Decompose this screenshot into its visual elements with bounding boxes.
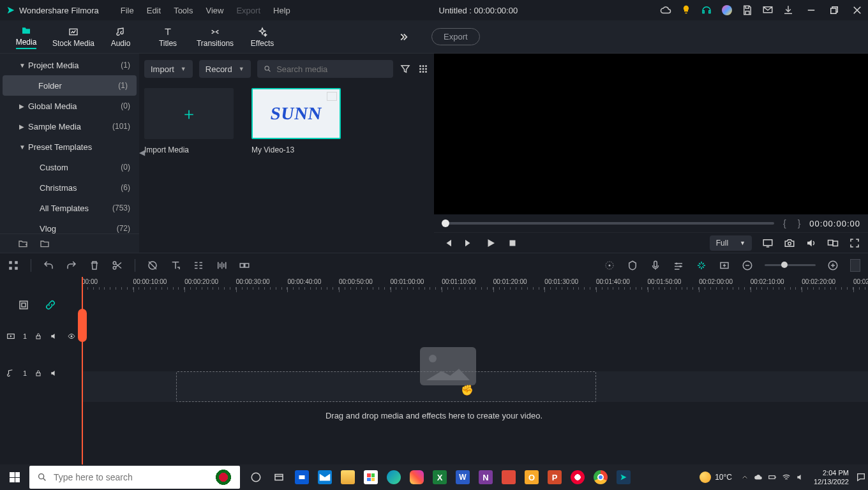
app-edge[interactable] — [383, 464, 405, 490]
app-todoist[interactable] — [498, 464, 520, 490]
preview-seek-knob[interactable] — [442, 219, 449, 227]
menu-help[interactable]: Help — [267, 2, 297, 19]
zoom-to-fit-icon[interactable] — [850, 259, 860, 272]
headset-icon[interactable] — [701, 4, 712, 16]
window-maximize[interactable] — [828, 4, 840, 16]
cloud-icon[interactable] — [660, 4, 671, 16]
menu-edit[interactable]: Edit — [140, 2, 167, 19]
app-instagram[interactable] — [406, 464, 428, 490]
tab-media[interactable]: Media — [3, 20, 50, 54]
mixer-icon[interactable] — [673, 260, 684, 271]
play-icon[interactable] — [485, 237, 497, 249]
tab-audio[interactable]: Audio — [97, 20, 144, 54]
app-filmora[interactable] — [613, 464, 634, 490]
start-button[interactable] — [0, 464, 29, 490]
preview-seek-track[interactable] — [442, 222, 774, 225]
add-marker-icon[interactable] — [719, 260, 730, 271]
lock-icon[interactable] — [34, 332, 42, 340]
next-frame-icon[interactable] — [463, 237, 475, 249]
taskbar-system-tray[interactable] — [737, 473, 809, 482]
preview-display[interactable] — [434, 54, 868, 214]
taskbar-weather[interactable]: 10°C — [694, 471, 737, 483]
search-input[interactable] — [276, 64, 387, 74]
auto-ripple-icon[interactable] — [696, 260, 707, 271]
window-close[interactable] — [851, 4, 863, 16]
tree-preset-templates[interactable]: ▼Preset Templates — [0, 137, 139, 157]
undo-icon[interactable] — [43, 260, 54, 271]
timeline-drop-zone[interactable] — [176, 371, 596, 402]
filter-icon[interactable] — [400, 63, 411, 75]
prev-frame-icon[interactable] — [442, 237, 453, 249]
manage-tracks-icon[interactable] — [8, 260, 19, 271]
task-view-icon[interactable] — [245, 464, 267, 490]
taskbar-search[interactable] — [29, 466, 240, 489]
zoom-in-icon[interactable] — [827, 260, 839, 271]
media-clip-1[interactable]: SUNN My Video-13 — [251, 88, 341, 154]
app-excel[interactable]: X — [429, 464, 451, 490]
keyframe-icon[interactable] — [239, 260, 250, 271]
audio-track-header[interactable]: 1 — [0, 355, 82, 392]
app-word[interactable]: W — [452, 464, 474, 490]
mark-in-bracket[interactable]: { — [781, 218, 789, 228]
timeline-snap-icon[interactable] — [18, 299, 29, 311]
mark-out-bracket[interactable]: } — [795, 218, 804, 228]
tab-transitions[interactable]: Transitions — [191, 20, 239, 54]
tree-project-media[interactable]: ▼Project Media(1) — [0, 55, 139, 75]
app-videos[interactable] — [291, 464, 313, 490]
menu-file[interactable]: File — [114, 2, 140, 19]
battery-icon[interactable] — [768, 473, 777, 482]
notifications-icon[interactable] — [854, 464, 868, 490]
volume-icon[interactable] — [805, 237, 817, 249]
zoom-knob[interactable] — [781, 262, 788, 268]
app-opera[interactable] — [567, 464, 588, 490]
preview-quality-dropdown[interactable]: Full▼ — [710, 235, 752, 251]
app-explorer[interactable] — [337, 464, 359, 490]
tabs-more-icon[interactable] — [394, 28, 412, 46]
dual-display-icon[interactable] — [827, 237, 839, 249]
voiceover-icon[interactable] — [650, 260, 661, 271]
wifi-icon[interactable] — [782, 473, 791, 482]
app-powerpoint[interactable]: P — [544, 464, 565, 490]
media-search[interactable] — [257, 60, 393, 78]
window-minimize[interactable] — [805, 4, 817, 16]
download-icon[interactable] — [782, 4, 794, 16]
tab-effects[interactable]: Effects — [239, 20, 286, 54]
tree-vlog[interactable]: Vlog(72) — [0, 218, 139, 234]
tips-icon[interactable] — [680, 4, 692, 16]
tray-up-icon[interactable] — [741, 473, 749, 481]
playhead[interactable] — [82, 277, 83, 464]
video-track-header[interactable]: 1 — [0, 318, 82, 355]
app-outlook[interactable]: O — [521, 464, 542, 490]
export-button[interactable]: Export — [431, 28, 480, 45]
account-icon[interactable] — [721, 4, 733, 16]
cortana-icon[interactable] — [268, 464, 290, 490]
tree-all-templates[interactable]: All Templates(753) — [0, 198, 139, 218]
fullscreen-icon[interactable] — [849, 237, 860, 249]
menu-view[interactable]: View — [199, 2, 230, 19]
menu-tools[interactable]: Tools — [167, 2, 199, 19]
grid-view-icon[interactable] — [417, 63, 429, 75]
zoom-slider[interactable] — [765, 264, 816, 266]
timeline-ruler[interactable]: 00:0000:00:10:0000:00:20:0000:00:30:0000… — [82, 277, 868, 292]
app-chrome[interactable] — [590, 464, 611, 490]
record-dropdown[interactable]: Record▼ — [199, 60, 251, 78]
text-icon[interactable] — [170, 260, 181, 271]
taskbar-clock[interactable]: 2:04 PM 12/13/2022 — [809, 468, 854, 486]
tree-folder[interactable]: Folder(1) — [3, 75, 137, 96]
tree-christmas[interactable]: Christmas(6) — [0, 177, 139, 198]
crop-icon[interactable] — [147, 260, 158, 271]
tree-global-media[interactable]: ▶Global Media(0) — [0, 96, 139, 116]
stop-icon[interactable] — [507, 237, 518, 249]
lock-icon[interactable] — [34, 369, 42, 377]
playhead-handle[interactable] — [78, 309, 87, 342]
linked-tracks-icon[interactable] — [45, 299, 56, 311]
speed-icon[interactable] — [193, 260, 204, 271]
import-media-card[interactable]: ＋ Import Media — [144, 88, 234, 154]
save-icon[interactable] — [742, 4, 753, 16]
panel-collapse-icon[interactable]: ◀ — [139, 148, 146, 160]
snapshot-icon[interactable] — [784, 237, 795, 249]
new-folder-icon[interactable] — [18, 239, 28, 249]
message-icon[interactable] — [762, 4, 774, 16]
mute-icon[interactable] — [50, 332, 59, 341]
app-mail[interactable] — [314, 464, 336, 490]
